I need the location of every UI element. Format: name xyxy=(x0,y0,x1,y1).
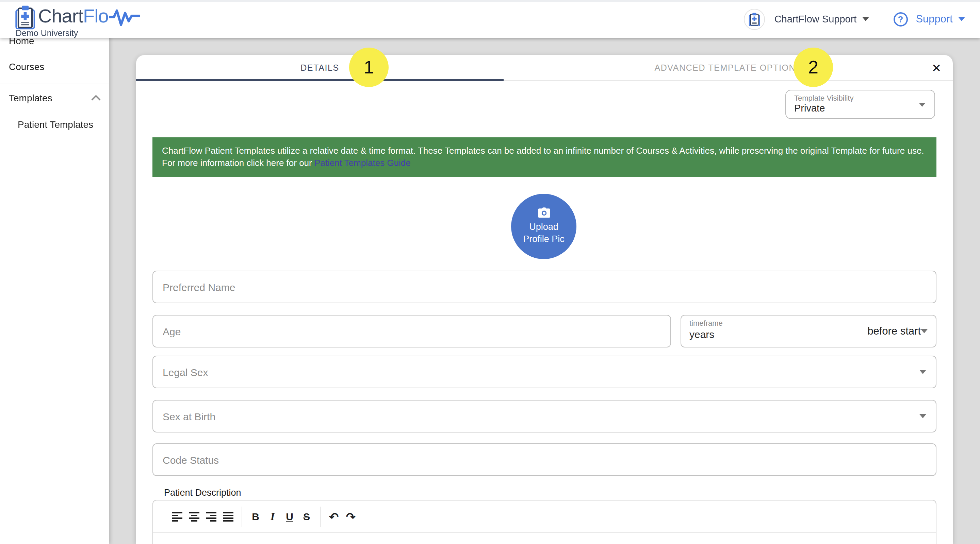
timeframe-qualifier-value: before start xyxy=(867,325,921,337)
annotation-number: 1 xyxy=(364,57,374,78)
caret-down-icon xyxy=(862,17,869,21)
brand-name-secondary: Flo xyxy=(83,5,108,28)
redo-glyph: ↷ xyxy=(346,510,356,523)
account-menu-label: ChartFlow Support xyxy=(775,14,857,24)
upload-profile-pic-button[interactable]: Upload Profile Pic xyxy=(511,194,576,259)
bold-icon[interactable]: B xyxy=(247,508,264,525)
template-visibility-value: Private xyxy=(794,103,926,114)
avatar[interactable] xyxy=(744,8,765,30)
bold-glyph: B xyxy=(252,511,259,522)
close-icon[interactable]: ✕ xyxy=(929,60,944,76)
toolbar-divider xyxy=(242,506,242,527)
italic-glyph: I xyxy=(270,510,275,523)
app-logo[interactable]: ChartFlo xyxy=(15,5,140,30)
sex-at-birth-placeholder: Sex at Birth xyxy=(163,411,920,422)
tab-advanced-template-options[interactable]: ADVANCED TEMPLATE OPTIONS xyxy=(504,55,953,81)
preferred-name-field xyxy=(153,271,937,303)
caret-down-icon xyxy=(958,17,965,21)
timeframe-select[interactable]: timeframe years before start xyxy=(681,315,937,347)
annotation-badge-2: 2 xyxy=(794,48,833,87)
age-input[interactable] xyxy=(163,325,661,337)
tab-advanced-label: ADVANCED TEMPLATE OPTIONS xyxy=(654,63,802,73)
preferred-name-input[interactable] xyxy=(163,281,926,293)
sidebar: Home Courses Templates Patient Templates xyxy=(0,0,109,544)
toolbar-divider xyxy=(320,506,321,527)
sidebar-item-templates-label: Templates xyxy=(9,90,52,106)
camera-icon xyxy=(537,208,550,218)
code-status-input[interactable] xyxy=(163,454,926,465)
undo-glyph: ↶ xyxy=(329,510,339,523)
patient-templates-guide-link[interactable]: Patient Templates Guide xyxy=(314,157,411,168)
align-left-icon[interactable] xyxy=(169,508,186,525)
tab-details-label: DETAILS xyxy=(301,63,339,73)
align-justify-icon[interactable] xyxy=(220,508,237,525)
help-icon[interactable]: ? xyxy=(893,12,907,26)
annotation-badge-1: 1 xyxy=(349,48,388,87)
support-menu[interactable]: Support xyxy=(914,13,965,25)
caret-down-icon xyxy=(920,414,926,418)
template-visibility-select[interactable]: Template Visibility Private xyxy=(785,90,935,119)
sidebar-item-patient-templates[interactable]: Patient Templates xyxy=(0,116,109,133)
clipboard-logo-icon xyxy=(15,5,35,30)
patient-template-modal: DETAILS ADVANCED TEMPLATE OPTIONS ✕ Temp… xyxy=(136,55,953,544)
redo-icon[interactable]: ↷ xyxy=(342,508,360,525)
app-header: ChartFlo Demo University xyxy=(0,0,980,38)
strikethrough-glyph: S xyxy=(303,511,310,522)
chevron-up-icon xyxy=(91,95,101,101)
banner-text: ChartFlow Patient Templates utilize a re… xyxy=(162,146,924,168)
tab-details[interactable]: DETAILS xyxy=(136,55,504,81)
upload-label-line2: Profile Pic xyxy=(523,233,565,246)
strikethrough-icon[interactable]: S xyxy=(298,508,315,525)
age-field xyxy=(153,315,671,347)
template-visibility-label: Template Visibility xyxy=(794,94,926,102)
sex-at-birth-select[interactable]: Sex at Birth xyxy=(153,400,937,433)
rich-text-toolbar: B I U S ↶ ↷ xyxy=(153,501,936,533)
annotation-number: 2 xyxy=(808,57,818,78)
underline-icon[interactable]: U xyxy=(281,508,298,525)
undo-icon[interactable]: ↶ xyxy=(325,508,342,525)
institution-name: Demo University xyxy=(16,29,78,38)
sidebar-divider xyxy=(0,84,109,84)
active-tab-indicator xyxy=(136,79,504,81)
editor-content-area[interactable] xyxy=(153,533,936,544)
info-banner: ChartFlow Patient Templates utilize a re… xyxy=(153,137,937,177)
heartbeat-wave-icon xyxy=(109,9,140,27)
legal-sex-placeholder: Legal Sex xyxy=(163,366,920,378)
browser-top-strip xyxy=(0,0,980,2)
caret-down-icon xyxy=(920,370,926,374)
italic-icon[interactable]: I xyxy=(264,508,281,525)
underline-glyph: U xyxy=(286,511,293,522)
clipboard-avatar-icon xyxy=(749,12,760,26)
patient-description-editor[interactable]: B I U S ↶ ↷ xyxy=(153,500,937,544)
brand-name-primary: Chart xyxy=(38,5,83,28)
account-menu[interactable]: ChartFlow Support xyxy=(772,14,869,24)
support-menu-label: Support xyxy=(916,13,953,25)
legal-sex-select[interactable]: Legal Sex xyxy=(153,356,937,388)
upload-label-line1: Upload xyxy=(523,221,565,233)
align-right-icon[interactable] xyxy=(203,508,220,525)
caret-down-icon xyxy=(919,103,926,107)
sidebar-item-courses[interactable]: Courses xyxy=(0,59,109,75)
patient-description-label: Patient Description xyxy=(164,488,241,498)
timeframe-qualifier-select[interactable]: before start xyxy=(867,316,928,347)
code-status-field xyxy=(153,443,937,476)
caret-down-icon xyxy=(921,329,928,333)
align-center-icon[interactable] xyxy=(186,508,203,525)
sidebar-item-templates[interactable]: Templates xyxy=(0,90,109,106)
